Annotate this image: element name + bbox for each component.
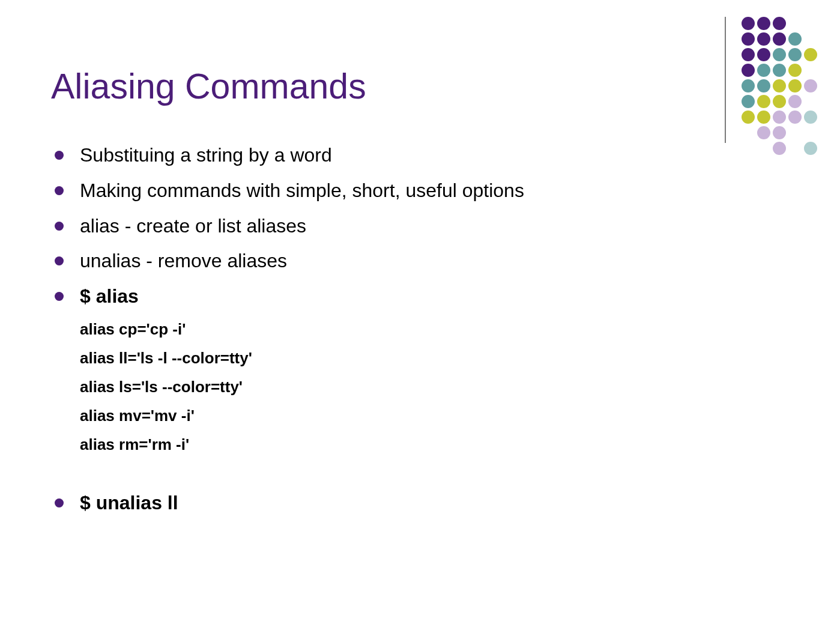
bullet-item-command: $ unalias ll <box>51 492 789 514</box>
corner-decoration <box>725 17 817 155</box>
bullet-item: Making commands with simple, short, usef… <box>51 180 789 202</box>
alias-output-list: alias cp='cp -i' alias ll='ls -l --color… <box>80 321 789 453</box>
dot-grid <box>742 17 817 155</box>
bullet-list: Substituing a string by a word Making co… <box>51 144 789 514</box>
bullet-item: alias - create or list aliases <box>51 215 789 237</box>
bullet-item: unalias - remove aliases <box>51 250 789 272</box>
alias-output-line: alias ls='ls --color=tty' <box>80 378 789 396</box>
alias-output-line: alias cp='cp -i' <box>80 321 789 339</box>
command-text: $ alias <box>80 285 139 307</box>
alias-output-line: alias mv='mv -i' <box>80 407 789 425</box>
bullet-item: Substituing a string by a word <box>51 144 789 166</box>
vertical-divider <box>725 17 726 143</box>
bullet-item-command: $ alias alias cp='cp -i' alias ll='ls -l… <box>51 285 789 479</box>
alias-output-line: alias ll='ls -l --color=tty' <box>80 350 789 368</box>
alias-output-line: alias rm='rm -i' <box>80 436 789 454</box>
slide-title: Aliasing Commands <box>51 66 789 107</box>
slide-content: Aliasing Commands Substituing a string b… <box>0 0 840 514</box>
